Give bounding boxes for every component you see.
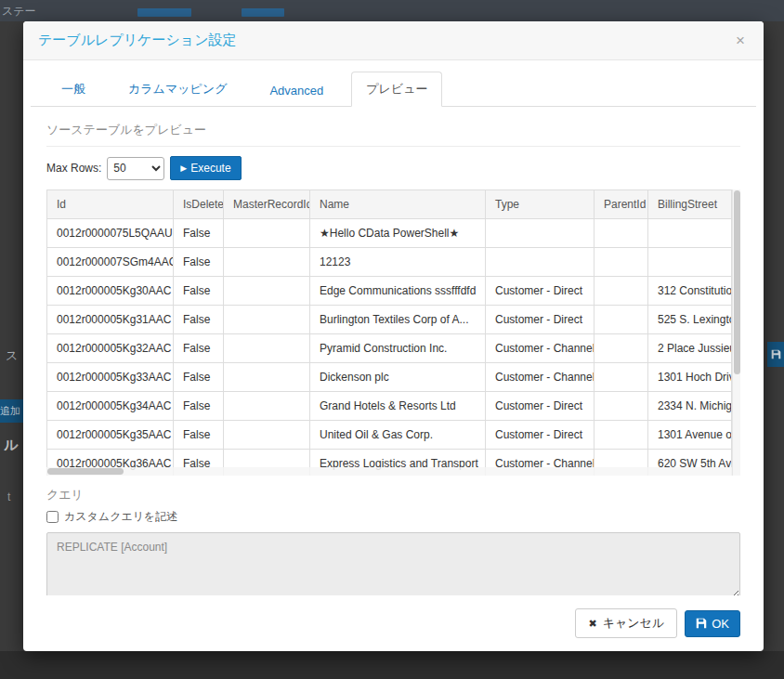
table-cell: False <box>174 219 224 248</box>
table-cell: 12123 <box>310 248 486 277</box>
background-topbar: ステー <box>0 0 784 21</box>
background-link-fragment <box>137 8 191 17</box>
save-icon <box>771 349 781 359</box>
table-cell <box>595 421 648 450</box>
modal-body: ソーステーブルをプレビュー Max Rows: 50 ▶ Execute IdI… <box>23 107 764 595</box>
table-cell: 1301 Avenue of <box>648 421 732 450</box>
table-row: 0012r000007SGm4AAGFalse12123 <box>47 248 732 277</box>
table-row: 0012r000005Kg32AACFalsePyramid Construct… <box>47 334 732 363</box>
query-textarea[interactable]: REPLICATE [Account] <box>46 532 740 595</box>
background-save-button <box>767 342 784 367</box>
table-cell: Customer - Channel <box>486 334 595 363</box>
save-icon <box>696 618 707 629</box>
table-cell <box>486 219 595 248</box>
table-cell <box>595 277 648 306</box>
modal-footer: ✖ キャンセル OK <box>23 595 764 651</box>
background-link-fragment <box>242 8 284 17</box>
execute-label: Execute <box>190 162 230 175</box>
table-cell: 0012r000007SGm4AAG <box>47 248 174 277</box>
table-cell: Customer - Direct <box>486 421 595 450</box>
table-cell: 0012r000005Kg33AAC <box>47 363 174 392</box>
table-cell <box>595 219 648 248</box>
table-cell: 0012r000005Kg32AAC <box>47 334 174 363</box>
x-icon: ✖ <box>588 618 596 630</box>
table-cell <box>648 248 732 277</box>
background-text-fragment: ル <box>4 437 18 454</box>
table-cell: False <box>174 334 224 363</box>
table-cell: Customer - Channel <box>486 363 595 392</box>
vertical-scrollbar[interactable] <box>732 189 740 476</box>
modal-header: テーブルレプリケーション設定 × <box>23 21 764 60</box>
custom-query-label: カスタムクエリを記述 <box>64 509 177 525</box>
table-cell: False <box>174 363 224 392</box>
section-divider <box>46 146 740 147</box>
table-cell: 0012r000005Kg30AAC <box>47 277 174 306</box>
table-cell <box>224 392 310 421</box>
table-row: 0012r000005Kg30AACFalseEdge Communicatio… <box>47 277 732 306</box>
column-header-isdeleted: IsDeleted <box>174 190 224 219</box>
table-cell <box>224 219 310 248</box>
table-cell: 0012r000005Kg34AAC <box>47 392 174 421</box>
vertical-scrollbar-thumb[interactable] <box>734 190 740 374</box>
table-cell <box>595 334 648 363</box>
table-cell <box>224 306 310 334</box>
table-row: 0012r000005Kg31AACFalseBurlington Textil… <box>47 306 732 334</box>
tab-column-mapping[interactable]: カラムマッピング <box>113 72 242 107</box>
modal-title: テーブルレプリケーション設定 <box>38 32 237 49</box>
max-rows-select[interactable]: 50 <box>107 157 164 180</box>
table-cell: False <box>174 392 224 421</box>
background-text-fragment: ス <box>6 347 18 364</box>
table-cell <box>224 363 310 392</box>
table-row: 0012r0000075L5QAAUFalse★Hello CData Powe… <box>47 219 732 248</box>
background-topbar-text: ステー <box>2 4 36 20</box>
table-cell: Customer - Direct <box>486 306 595 334</box>
horizontal-scrollbar-thumb[interactable] <box>47 468 124 475</box>
table-cell <box>595 363 648 392</box>
tab-advanced[interactable]: Advanced <box>255 74 338 107</box>
cancel-button[interactable]: ✖ キャンセル <box>575 608 677 638</box>
table-cell: 525 S. Lexington <box>648 306 732 334</box>
table-cell: Customer - Direct <box>486 277 595 306</box>
table-cell: Customer - Direct <box>486 392 595 421</box>
table-cell: False <box>174 421 224 450</box>
custom-query-checkbox[interactable] <box>46 511 59 523</box>
table-cell <box>224 248 310 277</box>
table-row: 0012r000005Kg34AACFalseGrand Hotels & Re… <box>47 392 732 421</box>
table-cell <box>595 392 648 421</box>
table-cell: Burlington Textiles Corp of A... <box>310 306 486 334</box>
column-header-masterrecordid: MasterRecordId <box>224 190 310 219</box>
table-cell: 0012r000005Kg35AAC <box>47 421 174 450</box>
table-cell <box>486 248 595 277</box>
column-header-type: Type <box>486 190 595 219</box>
ok-label: OK <box>712 617 729 631</box>
custom-query-row: カスタムクエリを記述 <box>46 509 740 525</box>
table-cell: ★Hello CData PowerShell★ <box>310 219 486 248</box>
column-header-name: Name <box>310 190 486 219</box>
query-section-title: クエリ <box>46 487 740 503</box>
table-cell: False <box>174 277 224 306</box>
preview-table: IdIsDeletedMasterRecordIdNameTypeParentI… <box>46 189 740 476</box>
play-icon: ▶ <box>180 163 187 173</box>
tab-bar: 一般カラムマッピングAdvancedプレビュー <box>31 72 756 107</box>
execute-button[interactable]: ▶ Execute <box>170 156 241 180</box>
column-header-billingstreet: BillingStreet <box>648 190 732 219</box>
horizontal-scrollbar[interactable] <box>46 467 732 476</box>
table-cell: Edge Communications sssfffdfd <box>310 277 486 306</box>
tab-preview[interactable]: プレビュー <box>351 72 442 107</box>
tab-general[interactable]: 一般 <box>46 72 100 107</box>
cancel-label: キャンセル <box>603 615 665 632</box>
table-cell <box>224 421 310 450</box>
background-bottom-strip <box>0 651 784 679</box>
table-cell: United Oil & Gas Corp. <box>310 421 486 450</box>
close-button[interactable]: × <box>732 33 749 48</box>
ok-button[interactable]: OK <box>685 610 740 637</box>
table-cell: 0012r000005Kg31AAC <box>47 306 174 334</box>
max-rows-label: Max Rows: <box>46 162 101 175</box>
table-cell: 2334 N. Michiga <box>648 392 732 421</box>
table-header-row: IdIsDeletedMasterRecordIdNameTypeParentI… <box>47 190 732 219</box>
preview-data-table: IdIsDeletedMasterRecordIdNameTypeParentI… <box>46 189 732 476</box>
table-cell: 0012r0000075L5QAAU <box>47 219 174 248</box>
table-cell: 1301 Hoch Drive <box>648 363 732 392</box>
table-row: 0012r000005Kg35AACFalseUnited Oil & Gas … <box>47 421 732 450</box>
table-cell: 312 Constitution <box>648 277 732 306</box>
